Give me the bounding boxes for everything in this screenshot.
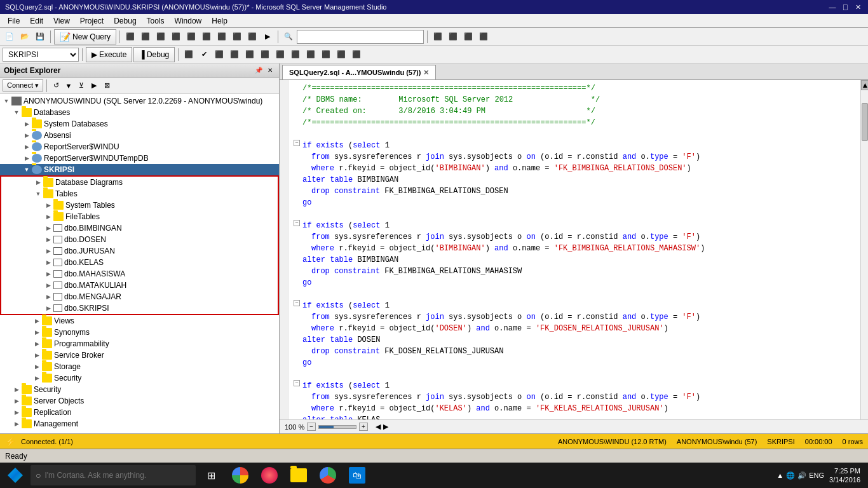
- restore-btn[interactable]: ⎕: [840, 2, 850, 12]
- debug-button[interactable]: ▐ Debug: [133, 47, 175, 62]
- tb2-btn2[interactable]: ⬛: [227, 48, 241, 62]
- taskbar-chrome2[interactable]: [314, 463, 342, 488]
- tb-btn7[interactable]: ⬛: [215, 30, 229, 44]
- tb-extra4[interactable]: ⬛: [477, 30, 491, 44]
- tree-kelas[interactable]: ▶ dbo.KELAS: [1, 257, 278, 268]
- close-btn[interactable]: ✕: [853, 2, 863, 12]
- oe-filter2-btn[interactable]: ⊻: [76, 80, 87, 92]
- tree-db-diagrams[interactable]: ▶ Database Diagrams: [1, 177, 278, 188]
- tb2-btn3[interactable]: ⬛: [243, 48, 257, 62]
- cortana-input[interactable]: [44, 471, 191, 480]
- tab-close-btn[interactable]: ✕: [423, 69, 429, 77]
- tb-extra3[interactable]: ⬛: [461, 30, 475, 44]
- collapse-btn-1[interactable]: −: [294, 140, 300, 146]
- new-file-btn[interactable]: 📄: [3, 30, 17, 44]
- tb2-btn1[interactable]: ⬛: [212, 48, 226, 62]
- menu-window[interactable]: Window: [170, 15, 207, 27]
- tb2-btn6[interactable]: ⬛: [288, 48, 302, 62]
- menu-tools[interactable]: Tools: [142, 15, 170, 27]
- search-input[interactable]: [297, 30, 424, 44]
- menu-view[interactable]: View: [48, 15, 75, 27]
- tree-databases[interactable]: ▼ Databases: [0, 107, 279, 118]
- clock[interactable]: 7:25 PM 3/14/2016: [829, 466, 860, 485]
- scroll-right-btn[interactable]: ▶: [383, 423, 388, 431]
- zoom-slider[interactable]: [318, 425, 356, 429]
- tree-absensi[interactable]: ▶ Absensi: [0, 130, 279, 141]
- tree-filetables[interactable]: ▶ FileTables: [1, 211, 278, 222]
- taskbar-store[interactable]: 🛍: [343, 463, 371, 488]
- oe-pin-btn[interactable]: 📌: [254, 65, 264, 76]
- tree-programmability[interactable]: ▶ Programmability: [0, 338, 279, 349]
- zoom-plus-btn[interactable]: +: [359, 423, 368, 431]
- tree-mengajar[interactable]: ▶ dbo.MENGAJAR: [1, 291, 278, 302]
- tb-extra2[interactable]: ⬛: [446, 30, 460, 44]
- collapse-btn-2[interactable]: −: [294, 220, 300, 226]
- tree-bimbingan[interactable]: ▶ dbo.BIMBINGAN: [1, 222, 278, 234]
- tb-btn1[interactable]: ⬛: [123, 30, 137, 44]
- tree-server-objects[interactable]: ▶ Server Objects: [0, 395, 279, 407]
- tree-reportservertemp[interactable]: ▶ ReportServer$WINDUTempDB: [0, 152, 279, 164]
- taskbar-folder[interactable]: [285, 463, 313, 488]
- cortana-search-box[interactable]: ○: [31, 465, 196, 485]
- oe-refresh-btn[interactable]: ↺: [50, 80, 62, 92]
- scroll-left-btn[interactable]: ◀: [376, 423, 381, 431]
- oe-stop-btn[interactable]: ⊠: [101, 80, 112, 92]
- database-selector[interactable]: SKRIPSI: [3, 48, 79, 62]
- tb2-btn9[interactable]: ⬛: [334, 48, 348, 62]
- tree-service-broker[interactable]: ▶ Service Broker: [0, 349, 279, 361]
- code-editor[interactable]: /*======================================…: [288, 80, 860, 419]
- tree-synonyms[interactable]: ▶ Synonyms: [0, 327, 279, 338]
- zoom-minus-btn[interactable]: −: [307, 423, 316, 431]
- tree-management[interactable]: ▶ Management: [0, 418, 279, 430]
- save-btn[interactable]: 💾: [33, 30, 47, 44]
- tb-btn3[interactable]: ⬛: [154, 30, 168, 44]
- tree-sys-tables[interactable]: ▶ System Tables: [1, 200, 278, 211]
- tb-btn5[interactable]: ⬛: [184, 30, 198, 44]
- tree-dosen[interactable]: ▶ dbo.DOSEN: [1, 234, 278, 245]
- tb-btn8[interactable]: ⬛: [230, 30, 244, 44]
- taskbar-itunes[interactable]: [255, 463, 283, 488]
- menu-file[interactable]: File: [3, 15, 25, 27]
- tree-server[interactable]: ▼ ANONYMOUS\WINDU (SQL Server 12.0.2269 …: [0, 95, 279, 107]
- tb2-btn8[interactable]: ⬛: [319, 48, 333, 62]
- menu-help[interactable]: Help: [207, 15, 233, 27]
- tree-security-sub[interactable]: ▶ Security: [0, 372, 279, 384]
- tree-skripsi-table[interactable]: ▶ dbo.SKRIPSI: [1, 302, 278, 314]
- tb-btn10[interactable]: ▶: [261, 30, 275, 44]
- taskbar-chrome[interactable]: [226, 463, 254, 488]
- tb-extra1[interactable]: ⬛: [431, 30, 445, 44]
- tb2-btn5[interactable]: ⬛: [273, 48, 287, 62]
- scroll-thumb[interactable]: [862, 103, 868, 141]
- tb-btn2[interactable]: ⬛: [139, 30, 153, 44]
- start-button[interactable]: [3, 463, 28, 488]
- collapse-btn-4[interactable]: −: [294, 380, 300, 386]
- open-btn[interactable]: 📂: [18, 30, 32, 44]
- editor-vscroll[interactable]: ▲: [860, 80, 868, 419]
- menu-edit[interactable]: Edit: [25, 15, 48, 27]
- tb-btn6[interactable]: ⬛: [200, 30, 214, 44]
- tree-skripsi[interactable]: ▼ SKRIPSI: [0, 164, 279, 175]
- menu-project[interactable]: Project: [75, 15, 109, 27]
- collapse-btn-3[interactable]: −: [294, 300, 300, 306]
- tree-mahasiswa[interactable]: ▶ dbo.MAHASISWA: [1, 268, 278, 280]
- tree-system-db[interactable]: ▶ System Databases: [0, 118, 279, 130]
- scroll-up-btn[interactable]: ▲: [861, 80, 869, 90]
- new-query-button[interactable]: 📝 New Query: [54, 29, 116, 44]
- tray-chevron[interactable]: ▲: [776, 471, 783, 479]
- tb2-btn10[interactable]: ⬛: [349, 48, 363, 62]
- tb-btn4[interactable]: ⬛: [169, 30, 183, 44]
- tb2-btn4[interactable]: ⬛: [258, 48, 272, 62]
- tree-reportserver[interactable]: ▶ ReportServer$WINDU: [0, 141, 279, 152]
- tree-storage[interactable]: ▶ Storage: [0, 361, 279, 372]
- execute-button[interactable]: ▶ Execute: [86, 47, 132, 62]
- task-view-button[interactable]: ⊞: [198, 463, 224, 488]
- tb-btn9[interactable]: ⬛: [245, 30, 259, 44]
- tb2-btn7[interactable]: ⬛: [304, 48, 318, 62]
- parse-btn[interactable]: ✔: [197, 48, 211, 62]
- tree-jurusan[interactable]: ▶ dbo.JURUSAN: [1, 245, 278, 257]
- minimize-btn[interactable]: —: [827, 2, 837, 12]
- editor-tab-main[interactable]: SQLQuery2.sql - A...YMOUS\windu (57)) ✕: [282, 65, 436, 79]
- tree-tables[interactable]: ▼ Tables: [1, 188, 278, 200]
- tree-views[interactable]: ▶ Views: [0, 315, 279, 327]
- tree-replication[interactable]: ▶ Replication: [0, 407, 279, 418]
